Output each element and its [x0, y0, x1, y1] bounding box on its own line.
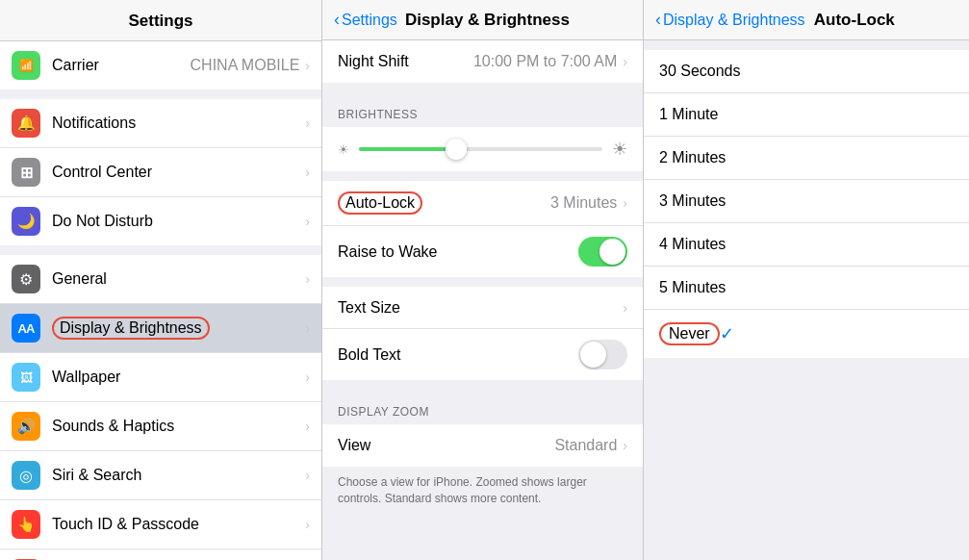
raise-to-wake-row: Raise to Wake [322, 226, 643, 277]
text-size-label: Text Size [338, 299, 623, 317]
auto-lock-options-list: 30 Seconds1 Minute2 Minutes3 Minutes4 Mi… [644, 50, 969, 358]
notifications-label: Notifications [52, 115, 305, 132]
settings-item-control-center[interactable]: ⊞ Control Center › [0, 148, 321, 197]
middle-back-label: Settings [342, 12, 397, 29]
middle-divider-3 [322, 277, 643, 287]
brightness-slider[interactable] [359, 147, 602, 151]
night-shift-card: Night Shift 10:00 PM to 7:00 AM › [322, 40, 643, 83]
sun-small-icon: ☀ [338, 142, 349, 157]
touch-id-chevron: › [305, 517, 310, 532]
option-label: 2 Minutes [659, 149, 954, 166]
auto-lock-option[interactable]: 4 Minutes [644, 223, 969, 267]
touch-id-icon: 👆 [12, 510, 40, 539]
right-back-button[interactable]: ‹ Display & Brightness [655, 10, 805, 30]
back-chevron-icon: ‹ [334, 10, 340, 30]
right-panel: ‹ Display & Brightness Auto-Lock 30 Seco… [644, 0, 969, 560]
raise-to-wake-toggle[interactable] [578, 237, 627, 267]
touch-id-label: Touch ID & Passcode [52, 516, 305, 533]
auto-lock-row[interactable]: Auto-Lock 3 Minutes › [322, 181, 643, 226]
right-nav: ‹ Display & Brightness Auto-Lock [644, 0, 969, 40]
bold-text-label: Bold Text [338, 346, 578, 364]
bold-text-toggle-thumb [580, 342, 606, 368]
view-chevron: › [623, 438, 627, 453]
option-label: 30 Seconds [659, 63, 954, 80]
brightness-section-label: BRIGHTNESS [322, 92, 643, 127]
text-size-chevron: › [623, 300, 627, 316]
auto-lock-option[interactable]: 2 Minutes [644, 137, 969, 180]
carrier-value: CHINA MOBILE [191, 57, 300, 74]
notifications-icon: 🔔 [12, 109, 40, 138]
siri-search-label: Siri & Search [52, 467, 305, 484]
settings-group-3: ⚙ General › AA Display & Brightness › 🖼 … [0, 255, 321, 560]
option-label: 3 Minutes [659, 192, 954, 210]
middle-divider-4 [322, 380, 643, 390]
auto-lock-option[interactable]: 5 Minutes [644, 267, 969, 310]
carrier-chevron: › [305, 58, 310, 73]
sun-big-icon: ☀ [612, 139, 627, 160]
control-center-icon: ⊞ [12, 158, 40, 187]
view-row[interactable]: View Standard › [322, 424, 643, 467]
display-zoom-card: View Standard › [322, 424, 643, 467]
bold-text-toggle[interactable] [578, 340, 627, 369]
middle-panel-title: Display & Brightness [401, 11, 574, 30]
notifications-chevron: › [305, 115, 310, 131]
settings-group-2: 🔔 Notifications › ⊞ Control Center › 🌙 D… [0, 99, 321, 245]
option-label: 4 Minutes [659, 236, 954, 253]
settings-item-siri-search[interactable]: ◎ Siri & Search › [0, 451, 321, 500]
night-shift-label: Night Shift [338, 53, 473, 70]
display-zoom-label: DISPLAY ZOOM [322, 390, 643, 424]
control-center-chevron: › [305, 165, 310, 180]
settings-item-notifications[interactable]: 🔔 Notifications › [0, 99, 321, 148]
auto-lock-option[interactable]: Never✓ [644, 310, 969, 358]
settings-list: 📶 Carrier CHINA MOBILE › 🔔 Notifications… [0, 41, 321, 560]
auto-lock-chevron: › [623, 195, 627, 211]
settings-item-emergency-sos[interactable]: SOS Emergency SOS › [0, 549, 321, 560]
settings-item-touch-id[interactable]: 👆 Touch ID & Passcode › [0, 500, 321, 549]
wallpaper-label: Wallpaper [52, 369, 305, 386]
general-icon: ⚙ [12, 265, 40, 293]
right-back-chevron-icon: ‹ [655, 10, 661, 30]
carrier-icon: 📶 [12, 51, 40, 80]
auto-lock-outline: Auto-Lock [338, 191, 422, 215]
siri-search-chevron: › [305, 468, 310, 483]
general-label: General [52, 270, 305, 288]
never-highlight-label: Never [659, 322, 720, 345]
brightness-fill [359, 147, 456, 151]
general-chevron: › [305, 271, 310, 287]
middle-divider-1 [322, 83, 643, 92]
night-shift-value: 10:00 PM to 7:00 AM [473, 53, 617, 70]
left-panel: Settings 📶 Carrier CHINA MOBILE › 🔔 Noti… [0, 0, 322, 560]
text-size-row[interactable]: Text Size › [322, 287, 643, 329]
sounds-haptics-icon: 🔊 [12, 412, 40, 441]
middle-back-button[interactable]: ‹ Settings [334, 10, 397, 30]
auto-lock-option[interactable]: 3 Minutes [644, 180, 969, 223]
settings-item-wallpaper[interactable]: 🖼 Wallpaper › [0, 353, 321, 402]
settings-item-display-brightness[interactable]: AA Display & Brightness › [0, 304, 321, 353]
control-center-label: Control Center [52, 164, 305, 181]
settings-item-sounds-haptics[interactable]: 🔊 Sounds & Haptics › [0, 402, 321, 451]
settings-item-do-not-disturb[interactable]: 🌙 Do Not Disturb › [0, 197, 321, 245]
divider-2 [0, 245, 321, 255]
night-shift-row[interactable]: Night Shift 10:00 PM to 7:00 AM › [322, 40, 643, 83]
auto-lock-card: Auto-Lock 3 Minutes › Raise to Wake [322, 181, 643, 277]
auto-lock-option[interactable]: 30 Seconds [644, 50, 969, 93]
middle-content: Night Shift 10:00 PM to 7:00 AM › BRIGHT… [322, 40, 643, 560]
brightness-card: ☀ ☀ [322, 127, 643, 171]
brightness-thumb[interactable] [446, 139, 467, 160]
settings-item-general[interactable]: ⚙ General › [0, 255, 321, 304]
display-brightness-label: Display & Brightness [52, 317, 210, 340]
sounds-haptics-chevron: › [305, 419, 310, 434]
display-brightness-chevron: › [305, 320, 310, 336]
display-zoom-note: Choose a view for iPhone. Zoomed shows l… [322, 467, 643, 519]
auto-lock-option[interactable]: 1 Minute [644, 93, 969, 137]
carrier-label: Carrier [52, 57, 191, 74]
divider-1 [0, 89, 321, 99]
brightness-row: ☀ ☀ [322, 127, 643, 171]
wallpaper-icon: 🖼 [12, 363, 40, 392]
right-back-label: Display & Brightness [663, 12, 805, 29]
bold-text-row: Bold Text [322, 329, 643, 380]
middle-panel: ‹ Settings Display & Brightness Night Sh… [322, 0, 644, 560]
settings-item-carrier[interactable]: 📶 Carrier CHINA MOBILE › [0, 41, 321, 89]
wallpaper-chevron: › [305, 369, 310, 385]
do-not-disturb-chevron: › [305, 214, 310, 229]
